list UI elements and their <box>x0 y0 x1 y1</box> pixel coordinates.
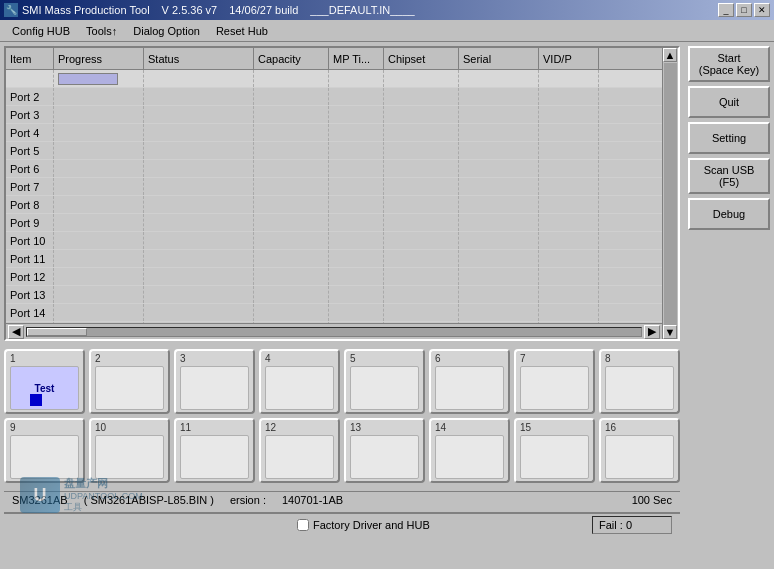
port-num-6: 6 <box>435 353 441 364</box>
cell-capacity <box>254 268 329 285</box>
port-14[interactable]: 14 <box>429 418 510 483</box>
port-10[interactable]: 10 <box>89 418 170 483</box>
v-scroll-track <box>664 63 677 326</box>
port-4[interactable]: 4 <box>259 349 340 414</box>
debug-button[interactable]: Debug <box>688 198 770 230</box>
port-thumb-15 <box>520 435 589 479</box>
cell-status <box>144 250 254 267</box>
col-item: Item <box>6 48 54 69</box>
port-1[interactable]: 1 Test <box>4 349 85 414</box>
table-row[interactable]: Port 7 <box>6 178 678 196</box>
watermark: U 盘量产网 UDPANTOOL.COM 工具 <box>20 476 143 514</box>
cell-capacity <box>254 214 329 231</box>
menu-config-hub[interactable]: Config HUB <box>4 23 78 39</box>
port-16[interactable]: 16 <box>599 418 680 483</box>
cell-status <box>144 232 254 249</box>
menu-reset-hub[interactable]: Reset Hub <box>208 23 276 39</box>
table-row[interactable]: Port 5 <box>6 142 678 160</box>
cell-item: Port 5 <box>6 142 54 159</box>
port-5[interactable]: 5 <box>344 349 425 414</box>
cell-status <box>144 142 254 159</box>
port-7[interactable]: 7 <box>514 349 595 414</box>
watermark-line1: 盘量产网 <box>64 476 143 491</box>
cell-item: Port 4 <box>6 124 54 141</box>
build-info: 14/06/27 build <box>229 4 298 16</box>
scroll-thumb[interactable] <box>27 328 87 336</box>
cell-vid <box>539 106 599 123</box>
port-num-2: 2 <box>95 353 101 364</box>
menu-dialog-option[interactable]: Dialog Option <box>125 23 208 39</box>
horizontal-scrollbar[interactable]: ◀ ▶ <box>6 323 662 339</box>
table-row[interactable]: Port 10 <box>6 232 678 250</box>
cell-progress <box>54 142 144 159</box>
table-row[interactable] <box>6 70 678 88</box>
cell-chipset <box>384 268 459 285</box>
table-row[interactable]: Port 14 <box>6 304 678 322</box>
cell-progress <box>54 304 144 321</box>
port-2[interactable]: 2 <box>89 349 170 414</box>
cell-item: Port 9 <box>6 214 54 231</box>
cell-vid <box>539 178 599 195</box>
watermark-line3: 工具 <box>64 501 143 514</box>
fail-label: Fail : 0 <box>599 519 632 531</box>
quit-button[interactable]: Quit <box>688 86 770 118</box>
port-13[interactable]: 13 <box>344 418 425 483</box>
scroll-up-button[interactable]: ▲ <box>663 48 677 62</box>
cell-capacity <box>254 124 329 141</box>
minimize-button[interactable]: _ <box>718 3 734 17</box>
menu-tools[interactable]: Tools↑ <box>78 23 125 39</box>
maximize-button[interactable]: □ <box>736 3 752 17</box>
cell-capacity <box>254 142 329 159</box>
port-15[interactable]: 15 <box>514 418 595 483</box>
cell-item: Port 7 <box>6 178 54 195</box>
scan-usb-button[interactable]: Scan USB (F5) <box>688 158 770 194</box>
table-header: Item Progress Status Capacity MP Ti... C… <box>6 48 678 70</box>
cell-capacity <box>254 196 329 213</box>
port-9[interactable]: 9 <box>4 418 85 483</box>
table-row[interactable]: Port 13 <box>6 286 678 304</box>
table-row[interactable]: Port 11 <box>6 250 678 268</box>
table-row[interactable]: Port 9 <box>6 214 678 232</box>
cell-item: Port 12 <box>6 268 54 285</box>
port-3[interactable]: 3 <box>174 349 255 414</box>
vertical-scrollbar[interactable]: ▲ ▼ <box>662 48 678 339</box>
port-thumb-10 <box>95 435 164 479</box>
port-11[interactable]: 11 <box>174 418 255 483</box>
cell-mpti <box>329 178 384 195</box>
port-thumb-2 <box>95 366 164 410</box>
port-6[interactable]: 6 <box>429 349 510 414</box>
cell-vid <box>539 160 599 177</box>
title-bar-left: 🔧 SMI Mass Production Tool V 2.5.36 v7 1… <box>4 3 415 17</box>
cell-progress <box>54 286 144 303</box>
cell-item: Port 2 <box>6 88 54 105</box>
port-num-13: 13 <box>350 422 361 433</box>
port-12[interactable]: 12 <box>259 418 340 483</box>
scroll-down-button[interactable]: ▼ <box>663 325 677 339</box>
cell-item: Port 10 <box>6 232 54 249</box>
table-row[interactable]: Port 6 <box>6 160 678 178</box>
start-button[interactable]: Start (Space Key) <box>688 46 770 82</box>
setting-button[interactable]: Setting <box>688 122 770 154</box>
cell-mpti <box>329 142 384 159</box>
port-8[interactable]: 8 <box>599 349 680 414</box>
cell-serial <box>459 268 539 285</box>
table-row[interactable]: Port 4 <box>6 124 678 142</box>
port-label-1: Test <box>35 383 55 394</box>
table-row[interactable]: Port 8 <box>6 196 678 214</box>
cell-status <box>144 106 254 123</box>
cell-capacity <box>254 232 329 249</box>
table-row[interactable]: Port 3 <box>6 106 678 124</box>
port-grid: 1 Test 2 3 4 5 6 <box>4 345 680 487</box>
scroll-right-button[interactable]: ▶ <box>644 325 660 339</box>
cell-serial <box>459 124 539 141</box>
table-row[interactable]: Port 12 <box>6 268 678 286</box>
scroll-left-button[interactable]: ◀ <box>8 325 24 339</box>
cell-item: Port 14 <box>6 304 54 321</box>
port-indicator-1 <box>30 394 42 406</box>
table-row[interactable]: Port 2 <box>6 88 678 106</box>
factory-driver-checkbox[interactable] <box>297 519 309 531</box>
app-title: SMI Mass Production Tool <box>22 4 150 16</box>
cell-mpti <box>329 304 384 321</box>
port-num-11: 11 <box>180 422 191 433</box>
close-button[interactable]: ✕ <box>754 3 770 17</box>
